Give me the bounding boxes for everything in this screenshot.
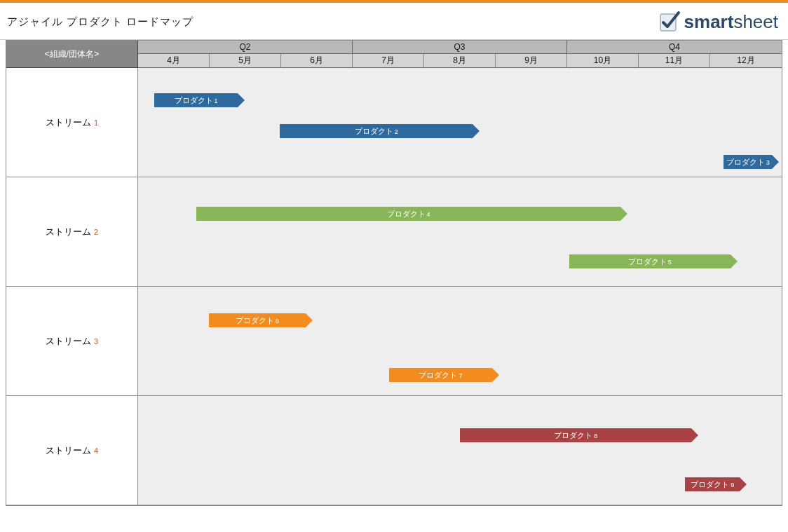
product-bar-8[interactable]: プロダクト8 [460,428,691,442]
stream-label-text: ストリーム [46,116,91,129]
stream-body-2: プロダクト4 プロダクト5 [138,177,782,287]
product-bar-7[interactable]: プロダクト7 [389,368,492,382]
month-cell: 8月 [424,54,496,68]
quarter-row: Q2 Q3 Q4 [138,41,782,54]
product-num: 5 [668,259,672,266]
stream-label-3: ストリーム 3 [6,287,138,396]
stream-label-num: 1 [94,118,98,127]
stream-label-1: ストリーム 1 [6,68,138,177]
product-num: 6 [276,318,279,325]
product-num: 4 [427,211,430,218]
product-num: 1 [215,97,218,104]
product-bar-3[interactable]: プロダクト3 [724,155,772,169]
quarter-cell: Q3 [353,41,567,54]
product-label: プロダクト [628,257,667,266]
month-cell: 9月 [496,54,567,68]
stream-label-2: ストリーム 2 [6,177,138,287]
stream-label-4: ストリーム 4 [6,396,138,505]
roadmap-grid: <組織/団体名> Q2 Q3 Q4 4月 5月 6月 7月 8月 9月 10月 … [6,40,782,506]
product-label: プロダクト [236,316,274,325]
product-label: プロダクト [355,127,393,135]
product-bar-5[interactable]: プロダクト5 [569,254,731,268]
product-label: プロダクト [387,210,426,218]
product-bar-1[interactable]: プロダクト1 [154,93,238,107]
product-num: 3 [766,159,770,166]
month-cell: 10月 [567,54,639,68]
stream-label-text: ストリーム [46,335,91,348]
logo-text-bold: smart [684,11,734,32]
product-label: プロダクト [554,431,592,439]
product-label: プロダクト [726,158,765,166]
product-label: プロダクト [691,480,729,489]
stream-label-text: ストリーム [46,444,91,457]
month-cell: 5月 [210,54,281,68]
stream-body-3: プロダクト6 プロダクト7 [138,287,782,396]
month-cell: 7月 [353,54,424,68]
product-bar-4[interactable]: プロダクト4 [196,207,621,221]
check-icon [658,10,681,34]
smartsheet-logo: smartsheet [658,10,778,34]
stream-label-num: 3 [94,337,98,346]
quarter-cell: Q2 [138,41,353,54]
month-cell: 11月 [639,54,710,68]
product-bar-6[interactable]: プロダクト6 [209,313,306,327]
product-num: 7 [458,372,462,379]
quarter-cell: Q4 [567,41,782,54]
month-cell: 6月 [281,54,353,68]
product-bar-9[interactable]: プロダクト9 [685,477,740,491]
product-label: プロダクト [419,371,457,379]
product-label: プロダクト [175,96,213,104]
product-bar-2[interactable]: プロダクト2 [280,124,473,138]
stream-body-1: プロダクト1 プロダクト2 プロダクト3 [138,68,782,177]
product-num: 2 [395,128,398,135]
logo-text: smartsheet [684,11,778,33]
product-num: 9 [731,482,734,489]
header: アジャイル プロダクト ロードマップ smartsheet [0,3,788,40]
stream-body-4: プロダクト8 プロダクト9 [138,396,782,505]
logo-text-light: sheet [733,11,778,32]
stream-label-num: 4 [94,446,98,455]
month-row: 4月 5月 6月 7月 8月 9月 10月 11月 12月 [138,54,782,68]
month-cell: 4月 [138,54,210,68]
month-cell: 12月 [710,54,782,68]
corner-org-label: <組織/団体名> [6,41,138,68]
stream-label-num: 2 [94,228,98,236]
stream-label-text: ストリーム [46,226,91,238]
product-num: 8 [594,432,597,439]
page-title: アジャイル プロダクト ロードマップ [7,15,193,29]
